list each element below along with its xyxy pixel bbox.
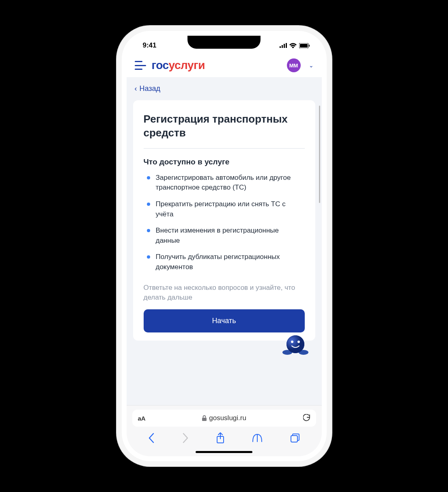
app-logo[interactable]: госуслуги: [152, 59, 281, 72]
menu-icon[interactable]: [135, 61, 146, 70]
logo-part-1: гос: [152, 59, 169, 71]
page-title: Регистрация транспортных средств: [144, 112, 305, 140]
chevron-down-icon[interactable]: ⌄: [309, 62, 314, 69]
avatar[interactable]: ММ: [287, 58, 301, 72]
status-icons: [280, 43, 310, 48]
svg-rect-0: [280, 46, 281, 48]
feature-list: Зарегистрировать автомобиль или другое т…: [147, 173, 305, 272]
back-label: Назад: [140, 84, 161, 93]
back-link[interactable]: ‹ Назад: [133, 82, 315, 100]
lock-icon: [202, 415, 207, 421]
scrollbar[interactable]: [319, 106, 320, 203]
service-card: Регистрация транспортных средств Что дос…: [133, 100, 315, 341]
list-item: Зарегистрировать автомобиль или другое т…: [147, 173, 305, 193]
text-size-button[interactable]: аА: [138, 415, 146, 422]
reload-icon[interactable]: [303, 414, 310, 422]
nav-forward-icon: [182, 433, 189, 443]
svg-rect-6: [309, 45, 310, 47]
share-icon[interactable]: [216, 432, 225, 444]
logo-part-2: услуги: [169, 59, 205, 71]
divider: [144, 148, 305, 149]
list-item: Прекратить регистрацию или снять ТС с уч…: [147, 199, 305, 219]
browser-toolbar: [127, 430, 322, 451]
svg-rect-1: [282, 45, 283, 48]
cellular-icon: [280, 43, 287, 48]
svg-rect-5: [300, 44, 308, 47]
list-item: Получить дубликаты регистрационных докум…: [147, 252, 305, 272]
browser-chrome: аА gosuslugi.ru: [127, 405, 322, 456]
section-subtitle: Что доступно в услуге: [144, 158, 305, 166]
status-time: 9:41: [143, 41, 157, 50]
url-display: gosuslugi.ru: [146, 414, 303, 422]
phone-notch: [187, 36, 261, 49]
tabs-icon[interactable]: [290, 433, 300, 443]
bookmarks-icon[interactable]: [252, 434, 263, 442]
nav-back-icon[interactable]: [148, 433, 155, 443]
start-button[interactable]: Начать: [144, 309, 305, 332]
chevron-left-icon: ‹: [135, 84, 137, 93]
svg-rect-2: [284, 44, 285, 48]
wifi-icon: [289, 43, 297, 48]
phone-frame: 9:41 госуслуги ММ ⌄ ‹ Назад: [122, 31, 327, 461]
instruction-note: Ответьте на несколько вопросов и узнайте…: [144, 283, 305, 302]
svg-point-11: [291, 341, 293, 343]
app-header: госуслуги ММ ⌄: [127, 55, 322, 77]
svg-point-10: [286, 335, 304, 353]
svg-point-12: [297, 341, 300, 343]
assistant-bot-icon[interactable]: [281, 333, 310, 357]
svg-rect-13: [202, 418, 207, 421]
svg-rect-3: [286, 43, 287, 48]
page-body: ‹ Назад Регистрация транспортных средств…: [127, 77, 322, 405]
list-item: Внести изменения в регистрационные данны…: [147, 226, 305, 246]
svg-rect-15: [291, 436, 297, 442]
domain-text: gosuslugi.ru: [209, 414, 246, 422]
battery-icon: [299, 43, 310, 48]
address-bar[interactable]: аА gosuslugi.ru: [132, 410, 316, 427]
home-indicator[interactable]: [196, 451, 252, 453]
